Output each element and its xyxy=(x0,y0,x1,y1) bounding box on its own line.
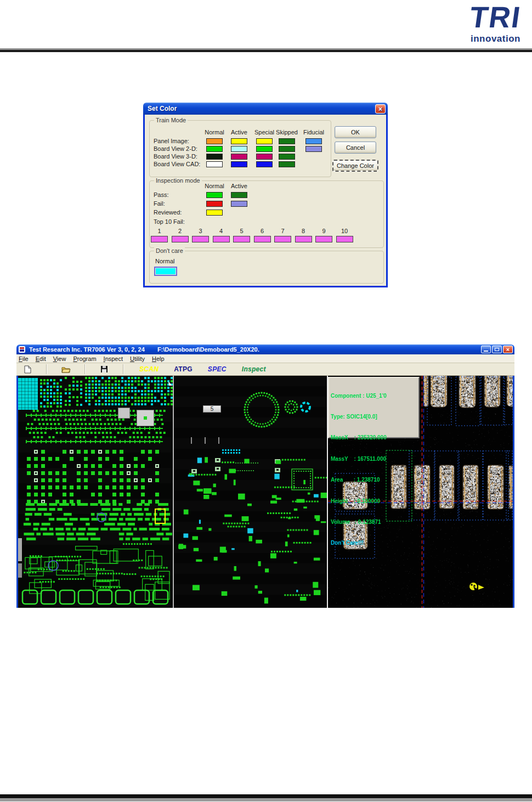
top10-swatch[interactable] xyxy=(192,236,209,242)
top10-number: 7 xyxy=(274,228,291,234)
cancel-button[interactable]: Cancel xyxy=(335,142,376,154)
footer-rule-dark xyxy=(0,794,532,798)
color-swatch[interactable] xyxy=(279,154,295,160)
color-swatch[interactable] xyxy=(206,161,223,167)
dont-care-swatch[interactable] xyxy=(154,267,177,276)
top10-swatch[interactable] xyxy=(172,236,189,242)
color-swatch[interactable] xyxy=(279,161,295,167)
color-swatch[interactable] xyxy=(279,138,295,144)
top10-number: 1 xyxy=(151,228,168,234)
component-info-panel: Component : U25_1'0 Type: SOIC14[0.0] Ma… xyxy=(328,377,420,438)
column-header: Special xyxy=(252,129,277,135)
color-swatch[interactable] xyxy=(231,192,247,198)
row-label: Pass: xyxy=(154,191,169,198)
color-swatch[interactable] xyxy=(231,138,247,144)
top10-number: 10 xyxy=(336,228,353,234)
manual-page: TRI innovation Set Color × Train Mode No… xyxy=(0,0,532,802)
info-line: MassX : 235320.000 xyxy=(331,434,417,442)
color-swatch[interactable] xyxy=(256,154,273,160)
close-button[interactable]: × xyxy=(503,346,513,353)
top10-fail-label: Top 10 Fail: xyxy=(154,218,185,225)
board-view-pane: 5 xyxy=(174,376,327,608)
board-view-canvas[interactable] xyxy=(174,376,327,608)
change-color-button[interactable]: Change Color xyxy=(332,160,378,172)
info-warning: Don't Care!!! xyxy=(331,540,417,547)
dialog-close-button[interactable]: × xyxy=(375,104,386,114)
panel-view-canvas[interactable] xyxy=(18,376,173,608)
top10-swatch[interactable] xyxy=(336,236,353,242)
menu-bar: File Edit View Program Inspect Utility H… xyxy=(16,354,514,363)
color-swatch[interactable] xyxy=(206,138,223,144)
menu-inspect[interactable]: Inspect xyxy=(104,355,123,362)
top10-swatch[interactable] xyxy=(213,236,230,242)
color-swatch[interactable] xyxy=(206,154,223,160)
color-swatch[interactable] xyxy=(231,161,247,167)
dialog-titlebar[interactable]: Set Color × xyxy=(143,103,388,115)
client-area: 5 Component : U25_1'0 Type: SOIC14[0.0] … xyxy=(16,376,514,608)
top10-swatch[interactable] xyxy=(254,236,271,242)
mode-inspect-button[interactable]: Inspect xyxy=(242,365,266,373)
top10-number: 4 xyxy=(213,228,230,234)
top10-swatch[interactable] xyxy=(274,236,291,242)
new-file-button[interactable] xyxy=(21,364,33,374)
menu-view[interactable]: View xyxy=(53,355,66,362)
menu-help[interactable]: Help xyxy=(152,355,165,362)
footer-rule-gray xyxy=(0,798,532,801)
row-label: Reviewed: xyxy=(154,209,182,216)
top10-number: 9 xyxy=(315,228,332,234)
save-button[interactable] xyxy=(98,364,110,374)
color-swatch[interactable] xyxy=(231,154,247,160)
menu-file[interactable]: File xyxy=(19,355,29,362)
menu-program[interactable]: Program xyxy=(73,355,96,362)
board-ref-label: 5 xyxy=(203,405,221,413)
info-line: MassY : 167511.000 xyxy=(331,456,417,463)
menu-utility[interactable]: Utility xyxy=(130,355,145,362)
dialog-body: Train Mode Normal Active Special Skipped… xyxy=(143,115,388,287)
color-swatch[interactable] xyxy=(206,201,223,207)
header-rule-dark xyxy=(0,50,532,52)
top10-swatch[interactable] xyxy=(295,236,312,242)
color-swatch[interactable] xyxy=(256,138,273,144)
window-titlebar[interactable]: Test Research Inc. TR7006 Ver 3, 0, 2, 2… xyxy=(16,344,514,354)
mode-spec-button[interactable]: SPEC xyxy=(208,365,227,373)
menu-edit[interactable]: Edit xyxy=(36,355,46,362)
color-swatch[interactable] xyxy=(206,210,223,216)
color-swatch[interactable] xyxy=(279,146,295,152)
color-swatch[interactable] xyxy=(256,146,273,152)
color-swatch[interactable] xyxy=(256,161,273,167)
toolbar-separator xyxy=(46,364,47,374)
top10-numbers: 1 2 3 4 5 6 7 8 9 10 xyxy=(151,228,353,234)
color-swatch[interactable] xyxy=(305,146,322,152)
set-color-dialog: Set Color × Train Mode Normal Active Spe… xyxy=(143,103,388,287)
top10-number: 5 xyxy=(233,228,250,234)
minimize-button[interactable] xyxy=(481,346,491,353)
column-header: Active xyxy=(227,129,252,135)
dont-care-normal-label: Normal xyxy=(155,258,174,264)
column-header: Active xyxy=(227,183,252,189)
camera-view-pane: Component : U25_1'0 Type: SOIC14[0.0] Ma… xyxy=(328,376,513,608)
toolbar: SCAN ATPG SPEC Inspect xyxy=(16,363,514,376)
color-swatch[interactable] xyxy=(305,138,322,144)
mode-scan-button[interactable]: SCAN xyxy=(139,365,159,373)
restore-button[interactable] xyxy=(492,346,502,353)
top10-swatch[interactable] xyxy=(233,236,250,242)
window-title: Test Research Inc. TR7006 Ver 3, 0, 2, 2… xyxy=(29,346,145,353)
dont-care-group: Don't care xyxy=(149,251,384,284)
top10-swatches xyxy=(151,236,353,242)
column-header: Fiducial xyxy=(301,129,326,135)
color-swatch[interactable] xyxy=(231,201,247,207)
window-file-path: F:\Demoboard\Demoboard5_20X20. xyxy=(157,346,259,353)
top10-number: 3 xyxy=(192,228,209,234)
row-label: Panel Image: xyxy=(154,138,189,144)
top10-swatch[interactable] xyxy=(151,236,168,242)
color-swatch[interactable] xyxy=(206,192,223,198)
ok-button[interactable]: OK xyxy=(335,126,376,138)
mode-atpg-button[interactable]: ATPG xyxy=(174,365,193,373)
top10-number: 2 xyxy=(172,228,189,234)
top10-swatch[interactable] xyxy=(315,236,332,242)
color-swatch[interactable] xyxy=(231,146,247,152)
dont-care-label: Don't care xyxy=(154,247,185,254)
open-file-button[interactable] xyxy=(60,364,72,374)
color-swatch[interactable] xyxy=(206,146,223,152)
row-label: Fail: xyxy=(154,200,165,207)
